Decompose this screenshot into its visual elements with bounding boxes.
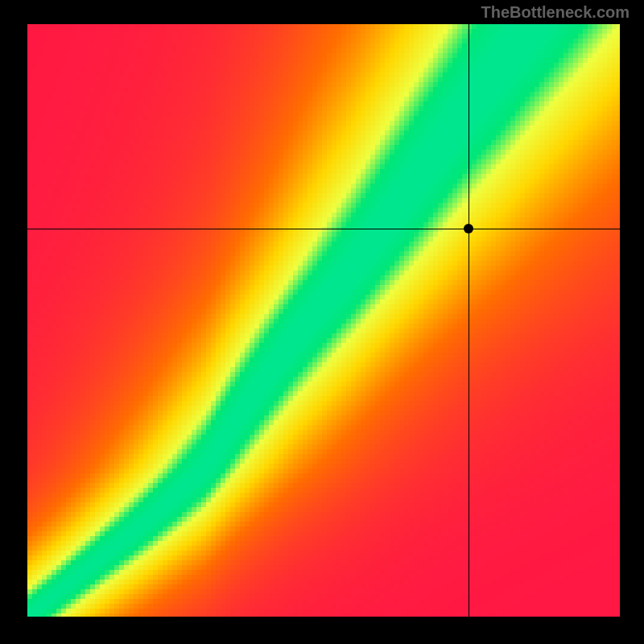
- watermark-text: TheBottleneck.com: [481, 3, 630, 22]
- crosshair-vertical: [469, 24, 469, 617]
- heatmap-canvas: [27, 24, 620, 617]
- data-point-marker: [464, 224, 473, 233]
- crosshair-horizontal: [27, 229, 620, 229]
- plot-area: [27, 24, 620, 617]
- chart-container: TheBottleneck.com: [0, 0, 644, 644]
